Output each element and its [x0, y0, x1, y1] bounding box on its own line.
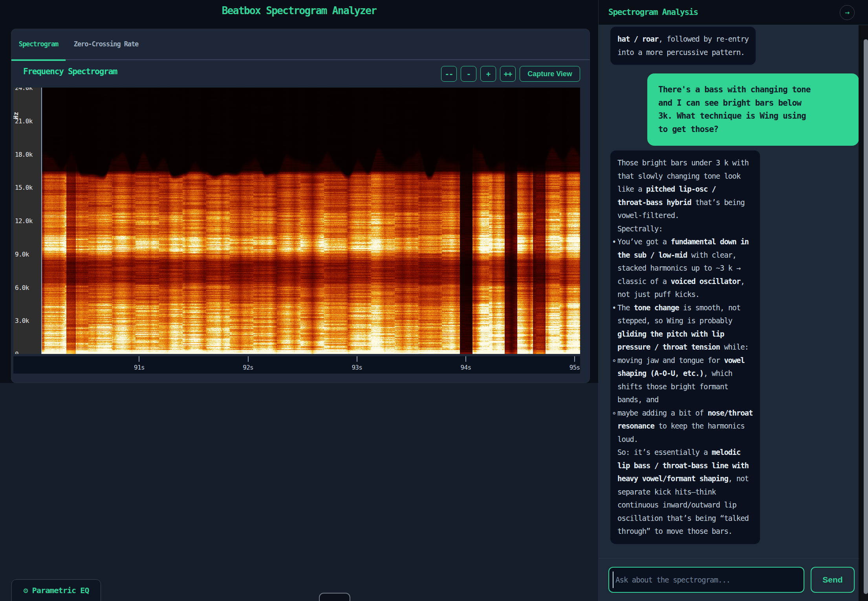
chat-line: bands, and [617, 393, 753, 407]
capture-view-button[interactable]: Capture View [520, 66, 580, 82]
parametric-eq-panel[interactable]: ⚙ Parametric EQ [11, 579, 101, 601]
time-tick [465, 356, 466, 362]
chat-line: stepped, so Wing is probably [617, 314, 753, 328]
text-cursor [613, 572, 613, 588]
tab-spectrogram[interactable]: Spectrogram [11, 29, 66, 61]
tab-zero-crossing-rate[interactable]: Zero-Crossing Rate [66, 29, 146, 59]
chat-line: pressure / throat tension while: [617, 341, 753, 354]
time-tick-label: 93s [352, 364, 362, 371]
time-axis: 91s92s93s94s95s [13, 356, 580, 374]
time-tick [248, 356, 249, 362]
bullet-marker: • [612, 235, 616, 249]
zoom-in-button[interactable]: + [480, 66, 496, 82]
freq-tick-label: 18.0k [15, 150, 33, 158]
time-tick-label: 92s [243, 364, 253, 371]
chat-line: continuous inward/outward lip [617, 498, 753, 512]
chat-line: There's a bass with changing tone [658, 83, 848, 97]
time-tick-label: 94s [461, 364, 471, 371]
chat-line: vowel-filtered. [617, 209, 753, 222]
playhead-line [41, 88, 42, 354]
chat-line: So: it’s essentially a melodic [617, 446, 753, 459]
chat-line: gliding the pitch with lip [617, 328, 753, 341]
chat-line: loud. [617, 433, 753, 446]
chat-line: hat / roar, followed by re-entry [617, 33, 749, 46]
freq-tick-label: 21.0k [15, 117, 33, 125]
zoom-out-fast-button[interactable]: -- [441, 66, 457, 82]
chat-line: lip bass / throat-bass line with [617, 459, 753, 473]
chat-bubble-assistant: Those bright bars under 3 k withthat slo… [610, 150, 760, 544]
freq-tick-label: 12.0k [15, 217, 33, 225]
freq-tick-label: 24.0k [15, 88, 33, 92]
chat-line: heavy vowel/formant shaping, not [617, 472, 753, 486]
drag-handle[interactable] [319, 593, 350, 601]
freq-tick-label: 9.0k [15, 250, 29, 258]
chat-line: Spectrally: [617, 222, 753, 236]
chat-line: throat-bass hybrid that’s being [617, 196, 753, 209]
freq-tick-label: 0 [15, 350, 18, 354]
chat-line: ∘maybe adding a bit of nose/throat [617, 407, 753, 420]
chat-line: resonance to keep the harmonics [617, 420, 753, 433]
chat-bubble-user: There's a bass with changing toneand I c… [647, 73, 859, 146]
chat-input[interactable] [608, 567, 804, 593]
chat-line: •The tone change is smooth, not [617, 301, 753, 315]
bullet-marker: ∘ [612, 354, 616, 367]
chat-line: oscillation that’s being “talked [617, 512, 753, 525]
analysis-header: Spectrogram Analysis → [599, 0, 868, 25]
chat-line: stacked harmonics up to ~3 k → [617, 262, 753, 275]
parametric-eq-label: Parametric EQ [32, 586, 89, 595]
time-tick-label: 95s [570, 364, 580, 371]
bullet-marker: • [612, 301, 616, 315]
app-window: Beatbox Spectrogram Analyzer Spectrogram… [0, 0, 868, 601]
chat-line: and I can see bright bars below [658, 97, 848, 110]
chat-scrollbar [859, 25, 868, 601]
chat-scrollbar-thumb[interactable] [864, 39, 868, 594]
freq-tick-label: 6.0k [15, 284, 29, 291]
frequency-axis: Hz 24.0k21.0k18.0k15.0k12.0k9.0k6.0k3.0k… [13, 88, 41, 354]
page-title: Beatbox Spectrogram Analyzer [0, 5, 598, 16]
chat-line: that slowly changing tone look [617, 170, 753, 183]
arrow-right-icon: → [845, 7, 850, 17]
freq-tick-label: 3.0k [15, 317, 29, 324]
analysis-panel: Spectrogram Analysis → hat / roar, follo… [598, 0, 868, 601]
gear-icon: ⚙ [23, 586, 32, 595]
spectrogram-card: Spectrogram Zero-Crossing Rate Frequency… [11, 29, 590, 383]
chat-line: not just puff kicks. [617, 288, 753, 301]
chat-line: Those bright bars under 3 k with [617, 156, 753, 170]
time-tick [357, 356, 357, 362]
bullet-marker: ∘ [612, 407, 616, 420]
left-background [0, 383, 598, 601]
chat-line: through” to move those bars. [617, 525, 753, 538]
chat-line: to get those? [658, 123, 848, 136]
time-tick [574, 356, 575, 362]
collapse-panel-button[interactable]: → [840, 5, 855, 20]
chat-line: ∘moving jaw and tongue for vowel [617, 354, 753, 367]
chat-line: the sub / low-mid with clear, [617, 249, 753, 262]
spectrogram-plot [41, 88, 580, 354]
time-tick [139, 356, 139, 362]
send-button[interactable]: Send [811, 567, 855, 593]
chat-message-list: hat / roar, followed by re-entryinto a m… [599, 25, 868, 558]
chat-bubble-assistant: hat / roar, followed by re-entryinto a m… [610, 27, 756, 65]
chat-line: shifts those bright formant [617, 380, 753, 394]
chat-line: like a pitched lip-osc / [617, 183, 753, 196]
tab-bar: Spectrogram Zero-Crossing Rate [11, 29, 590, 60]
chat-line: into a more percussive pattern. [617, 46, 749, 59]
zoom-out-button[interactable]: - [461, 66, 476, 82]
spectrogram-figure: Hz 24.0k21.0k18.0k15.0k12.0k9.0k6.0k3.0k… [13, 88, 580, 354]
analysis-title: Spectrogram Analysis [608, 0, 698, 25]
chat-line: classic of a voiced oscillator, [617, 275, 753, 288]
freq-tick-label: 15.0k [15, 184, 33, 191]
chat-line: •You’ve got a fundamental down in [617, 235, 753, 249]
chat-line: 3k. What technique is Wing using [658, 110, 848, 123]
chat-line: separate kick hits—think [617, 486, 753, 499]
chat-input-row: Send [599, 558, 868, 601]
figure-title: Frequency Spectrogram [23, 67, 117, 76]
time-tick-label: 91s [134, 364, 145, 371]
chat-line: shaping (A-O-U, etc.), which [617, 367, 753, 380]
zoom-in-fast-button[interactable]: ++ [500, 66, 516, 82]
